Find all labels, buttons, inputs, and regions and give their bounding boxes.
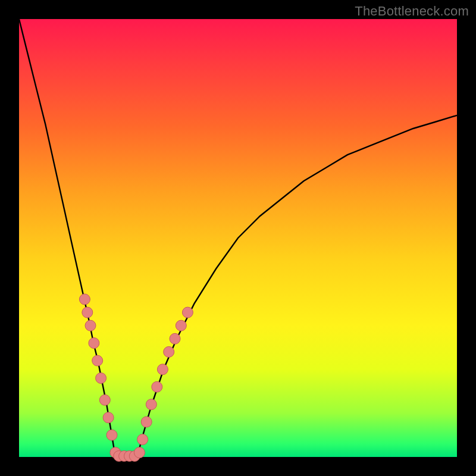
data-marker: [82, 307, 93, 318]
plot-area: [19, 19, 457, 457]
data-marker: [157, 364, 168, 375]
bottleneck-curve: [19, 19, 457, 457]
data-marker: [170, 333, 180, 344]
curve-line: [19, 19, 457, 457]
data-marker: [176, 320, 186, 331]
chart-frame: TheBottleneck.com: [0, 0, 476, 476]
data-marker: [182, 307, 193, 318]
data-marker: [137, 434, 148, 445]
watermark-text: TheBottleneck.com: [355, 4, 469, 19]
data-marker: [92, 355, 103, 366]
data-marker: [85, 320, 96, 331]
curve-markers: [79, 294, 193, 462]
data-marker: [96, 373, 107, 384]
data-marker: [134, 447, 145, 458]
data-marker: [99, 394, 110, 405]
data-marker: [146, 399, 156, 410]
data-marker: [141, 416, 152, 427]
data-marker: [103, 412, 114, 423]
data-marker: [152, 381, 162, 392]
data-marker: [107, 430, 117, 440]
data-marker: [164, 346, 174, 357]
data-marker: [89, 338, 99, 349]
data-marker: [79, 294, 90, 305]
